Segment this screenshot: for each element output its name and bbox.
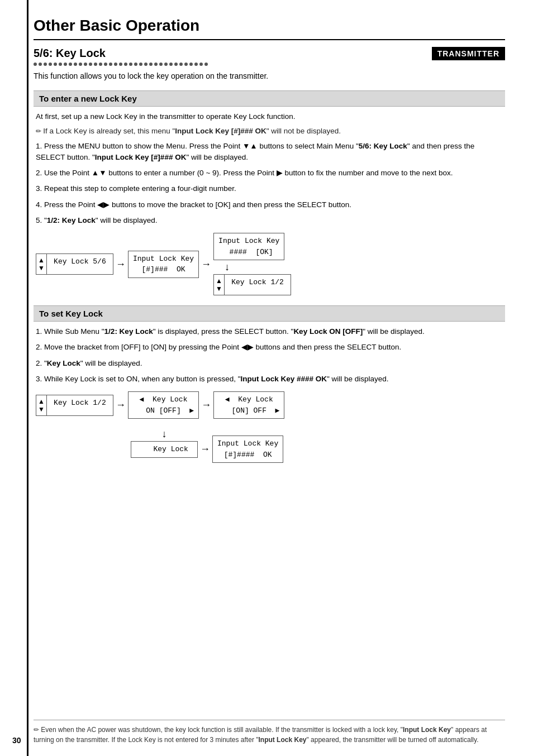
- dot: [69, 63, 72, 66]
- enter-lock-key-intro: At first, set up a new Lock Key in the t…: [36, 111, 503, 122]
- dot: [194, 63, 198, 66]
- lcd-1: Key Lock 5/6: [46, 253, 113, 275]
- dot: [129, 63, 132, 66]
- flow-arrow-1: →: [116, 259, 126, 270]
- enter-lock-key-body: At first, set up a new Lock Key in the t…: [34, 111, 505, 295]
- dot: [94, 63, 97, 66]
- set-lcd-2: ◀ Key Lock ON [OFF] ▶: [128, 391, 199, 419]
- section-title: 5/6: Key Lock: [34, 47, 106, 60]
- set-up-arrow-1: ▲: [38, 398, 45, 405]
- page-title: Other Basic Operation: [34, 17, 505, 40]
- dot: [109, 63, 112, 66]
- dot: [44, 63, 47, 66]
- dot: [164, 63, 168, 66]
- set-lcd-1: Key Lock 1/2: [46, 395, 113, 416]
- dot: [124, 63, 127, 66]
- dot: [64, 63, 67, 66]
- enter-lock-key-steps: 1. Press the MENU button to show the Men…: [36, 141, 503, 227]
- left-bar: [27, 0, 28, 756]
- set-lcd-5: Input Lock Key[#]#### OK: [212, 436, 283, 463]
- section-header: 5/6: Key Lock TRANSMITTER: [34, 47, 505, 60]
- set-step1-bold: 1/2: Key Lock: [104, 327, 153, 336]
- enter-key-diagram: ▲ ▼ Key Lock 5/6 → Input Lock Key[#]### …: [36, 233, 503, 295]
- enter-lock-key-heading: To enter a new Lock Key: [34, 90, 505, 107]
- flow-arrow-2: →: [201, 259, 211, 270]
- set-diagram-row2: ↓ Key Lock → Input Lock Key[#]#### OK: [131, 423, 503, 463]
- set-key-diagram: ▲ ▼ Key Lock 1/2 → ◀ Key Lock ON [OFF] ▶…: [36, 391, 503, 419]
- dot: [59, 63, 62, 66]
- dot: [189, 63, 193, 66]
- arrow-col-4: ▲ ▼: [213, 274, 224, 295]
- dot: [179, 63, 183, 66]
- dot: [169, 63, 173, 66]
- set-key-lock-heading: To set Key Lock: [34, 305, 505, 322]
- dot: [144, 63, 147, 66]
- arrow-col-1: ▲ ▼: [36, 253, 46, 275]
- dot: [119, 63, 122, 66]
- set-diagram-box5-wrapper: Input Lock Key[#]#### OK: [212, 436, 283, 463]
- dot: [154, 63, 158, 66]
- step1-bold: 5/6: Key Lock: [359, 142, 407, 150]
- dot: [139, 63, 142, 66]
- dot: [149, 63, 153, 66]
- dot: [99, 63, 102, 66]
- lcd-3: Input Lock Key #### [OK]: [213, 233, 284, 260]
- down-arrow-flow: ↓: [225, 261, 230, 273]
- dot: [54, 63, 57, 66]
- set-diagram-col2: ↓ Key Lock: [131, 428, 198, 458]
- down-arrow-4: ▼: [216, 285, 222, 293]
- step-5: 5. "1/2: Key Lock" will be displayed.: [36, 215, 503, 226]
- up-arrow-1: ▲: [38, 256, 45, 264]
- dot: [84, 63, 87, 66]
- dot: [49, 63, 52, 66]
- enter-lock-key-note: If a Lock Key is already set, this menu …: [36, 126, 503, 137]
- set-down-arrow-1: ▼: [38, 405, 45, 413]
- dot: [89, 63, 92, 66]
- dot: [39, 63, 42, 66]
- set-key-lock-steps: 1. While Sub Menu "1/2: Key Lock" is dis…: [36, 326, 503, 385]
- set-step3-bold: Input Lock Key #### OK: [240, 375, 327, 383]
- note-bold-1: Input Lock Key [#]### OK: [175, 127, 266, 135]
- set-step2b-bold: Key Lock: [47, 359, 80, 367]
- step-2: 2. Use the Point ▲▼ buttons to enter a n…: [36, 168, 503, 179]
- dot: [199, 63, 203, 66]
- dot: [134, 63, 137, 66]
- set-lcd-4: Key Lock: [131, 441, 198, 458]
- dot: [34, 63, 37, 66]
- step-4: 4. Press the Point ◀▶ buttons to move th…: [36, 199, 503, 210]
- set-step-1: 1. While Sub Menu "1/2: Key Lock" is dis…: [36, 326, 503, 337]
- dots-line: [34, 63, 505, 66]
- dot: [159, 63, 163, 66]
- dot: [74, 63, 77, 66]
- footer-bold-1: Input Lock Key: [403, 726, 451, 734]
- dot: [104, 63, 107, 66]
- set-key-lock-body: 1. While Sub Menu "1/2: Key Lock" is dis…: [34, 326, 505, 463]
- transmitter-badge: TRANSMITTER: [432, 47, 505, 60]
- set-step-2: 2. Move the bracket from [OFF] to [ON] b…: [36, 342, 503, 353]
- lcd-4: Key Lock 1/2: [224, 274, 291, 295]
- dot: [174, 63, 178, 66]
- dot: [204, 63, 208, 66]
- diagram-box-4: ▲ ▼ Key Lock 1/2: [213, 274, 291, 295]
- diagram-box-1: ▲ ▼ Key Lock 5/6: [36, 253, 113, 275]
- set-step-2b: 2. "Key Lock" will be displayed.: [36, 358, 503, 369]
- set-down-arrow-2: ↓: [162, 428, 167, 440]
- step5-bold: 1/2: Key Lock: [47, 216, 96, 224]
- diagram-col-right: Input Lock Key #### [OK] ↓ ▲ ▼ Key Lock …: [213, 233, 291, 295]
- dot: [184, 63, 188, 66]
- set-diagram-box-1: ▲ ▼ Key Lock 1/2: [36, 395, 113, 416]
- set-step-3: 3. While Key Lock is set to ON, when any…: [36, 374, 503, 385]
- dot: [114, 63, 117, 66]
- set-step1-bold2: Key Lock ON [OFF]: [293, 327, 363, 336]
- footer-note: Even when the AC power was shutdown, the…: [34, 720, 505, 745]
- footer-bold-2: Input Lock Key: [258, 736, 306, 744]
- set-lcd-3: ◀ Key Lock [ON] OFF ▶: [213, 391, 284, 419]
- step1-bold2: Input Lock Key [#]### OK: [95, 153, 187, 161]
- set-flow-arrow-1: →: [116, 399, 126, 411]
- step-1: 1. Press the MENU button to show the Men…: [36, 141, 503, 164]
- set-flow-arrow-3: →: [200, 443, 210, 455]
- down-arrow-1: ▼: [38, 264, 45, 272]
- page-number: 30: [12, 736, 21, 745]
- lcd-2: Input Lock Key[#]### OK: [128, 251, 199, 278]
- set-flow-arrow-2: →: [201, 399, 211, 411]
